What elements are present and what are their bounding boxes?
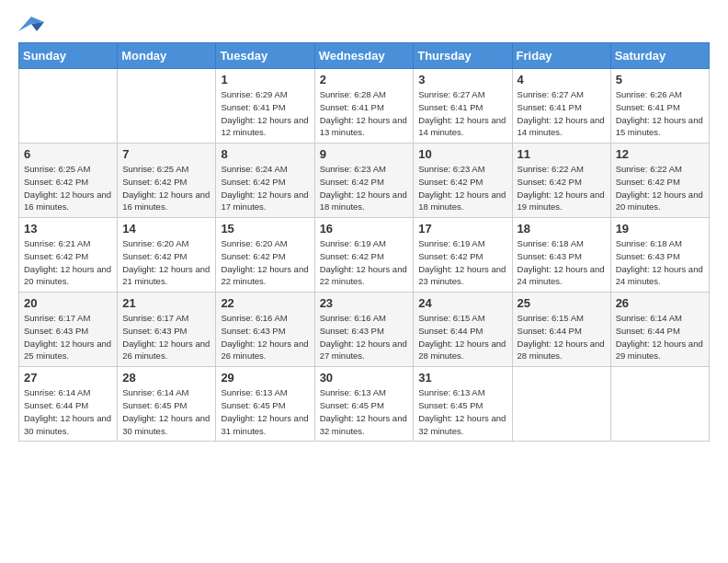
header-monday: Monday — [118, 43, 216, 69]
day-info: Sunrise: 6:26 AM Sunset: 6:41 PM Dayligh… — [616, 88, 704, 139]
day-number: 4 — [518, 73, 606, 86]
calendar-cell — [610, 367, 709, 442]
calendar-cell — [19, 69, 118, 144]
day-number: 12 — [616, 147, 704, 161]
day-number: 10 — [418, 147, 506, 161]
day-number: 19 — [616, 222, 704, 236]
day-number: 27 — [24, 371, 112, 385]
day-number: 21 — [122, 296, 210, 310]
day-info: Sunrise: 6:29 AM Sunset: 6:41 PM Dayligh… — [221, 88, 309, 139]
day-info: Sunrise: 6:18 AM Sunset: 6:43 PM Dayligh… — [518, 237, 606, 288]
calendar-cell: 25Sunrise: 6:15 AM Sunset: 6:44 PM Dayli… — [512, 293, 610, 367]
day-info: Sunrise: 6:14 AM Sunset: 6:44 PM Dayligh… — [616, 312, 704, 362]
logo — [18, 15, 48, 35]
day-info: Sunrise: 6:14 AM Sunset: 6:45 PM Dayligh… — [122, 386, 210, 437]
calendar-cell: 6Sunrise: 6:25 AM Sunset: 6:42 PM Daylig… — [19, 144, 118, 218]
calendar-cell: 7Sunrise: 6:25 AM Sunset: 6:42 PM Daylig… — [118, 144, 216, 218]
day-number: 9 — [320, 147, 409, 161]
calendar-cell: 19Sunrise: 6:18 AM Sunset: 6:43 PM Dayli… — [610, 218, 709, 293]
header-tuesday: Tuesday — [216, 43, 314, 69]
day-info: Sunrise: 6:16 AM Sunset: 6:43 PM Dayligh… — [221, 312, 309, 362]
week-row-3: 20Sunrise: 6:17 AM Sunset: 6:43 PM Dayli… — [19, 293, 710, 367]
day-number: 29 — [221, 371, 309, 385]
day-info: Sunrise: 6:16 AM Sunset: 6:43 PM Dayligh… — [320, 312, 409, 362]
calendar-body: 1Sunrise: 6:29 AM Sunset: 6:41 PM Daylig… — [19, 69, 710, 442]
week-row-1: 6Sunrise: 6:25 AM Sunset: 6:42 PM Daylig… — [19, 144, 710, 218]
day-number: 25 — [518, 296, 606, 310]
day-info: Sunrise: 6:17 AM Sunset: 6:43 PM Dayligh… — [122, 312, 210, 362]
calendar-cell — [118, 69, 216, 144]
day-info: Sunrise: 6:27 AM Sunset: 6:41 PM Dayligh… — [418, 88, 506, 139]
day-number: 8 — [221, 147, 309, 161]
day-info: Sunrise: 6:22 AM Sunset: 6:42 PM Dayligh… — [518, 163, 606, 213]
day-info: Sunrise: 6:19 AM Sunset: 6:42 PM Dayligh… — [418, 237, 506, 288]
header-friday: Friday — [512, 43, 610, 69]
calendar-cell: 24Sunrise: 6:15 AM Sunset: 6:44 PM Dayli… — [414, 293, 512, 367]
day-number: 14 — [122, 222, 210, 236]
calendar-cell: 30Sunrise: 6:13 AM Sunset: 6:45 PM Dayli… — [314, 367, 414, 442]
day-number: 2 — [320, 73, 409, 86]
day-info: Sunrise: 6:18 AM Sunset: 6:43 PM Dayligh… — [616, 237, 704, 288]
day-number: 1 — [221, 73, 309, 86]
calendar-cell: 29Sunrise: 6:13 AM Sunset: 6:45 PM Dayli… — [216, 367, 314, 442]
day-info: Sunrise: 6:25 AM Sunset: 6:42 PM Dayligh… — [24, 163, 112, 213]
day-number: 18 — [518, 222, 606, 236]
calendar-cell: 20Sunrise: 6:17 AM Sunset: 6:43 PM Dayli… — [19, 293, 118, 367]
calendar-cell: 31Sunrise: 6:13 AM Sunset: 6:45 PM Dayli… — [414, 367, 512, 442]
day-number: 5 — [616, 73, 704, 86]
calendar-cell: 16Sunrise: 6:19 AM Sunset: 6:42 PM Dayli… — [314, 218, 414, 293]
calendar-cell — [512, 367, 610, 442]
day-info: Sunrise: 6:13 AM Sunset: 6:45 PM Dayligh… — [221, 386, 309, 437]
day-number: 20 — [24, 296, 112, 310]
day-info: Sunrise: 6:15 AM Sunset: 6:44 PM Dayligh… — [518, 312, 606, 362]
day-info: Sunrise: 6:27 AM Sunset: 6:41 PM Dayligh… — [518, 88, 606, 139]
calendar-cell: 18Sunrise: 6:18 AM Sunset: 6:43 PM Dayli… — [512, 218, 610, 293]
day-number: 7 — [122, 147, 210, 161]
calendar-cell: 4Sunrise: 6:27 AM Sunset: 6:41 PM Daylig… — [512, 69, 610, 144]
calendar-cell: 27Sunrise: 6:14 AM Sunset: 6:44 PM Dayli… — [19, 367, 118, 442]
header-row: SundayMondayTuesdayWednesdayThursdayFrid… — [19, 43, 710, 69]
week-row-4: 27Sunrise: 6:14 AM Sunset: 6:44 PM Dayli… — [19, 367, 710, 442]
day-info: Sunrise: 6:13 AM Sunset: 6:45 PM Dayligh… — [418, 386, 506, 437]
calendar-cell: 26Sunrise: 6:14 AM Sunset: 6:44 PM Dayli… — [610, 293, 709, 367]
day-info: Sunrise: 6:24 AM Sunset: 6:42 PM Dayligh… — [221, 163, 309, 213]
day-info: Sunrise: 6:23 AM Sunset: 6:42 PM Dayligh… — [418, 163, 506, 213]
day-number: 24 — [418, 296, 506, 310]
calendar-cell: 15Sunrise: 6:20 AM Sunset: 6:42 PM Dayli… — [216, 218, 314, 293]
calendar-header: SundayMondayTuesdayWednesdayThursdayFrid… — [19, 43, 710, 69]
day-number: 23 — [320, 296, 409, 310]
calendar-cell: 3Sunrise: 6:27 AM Sunset: 6:41 PM Daylig… — [414, 69, 512, 144]
calendar-cell: 5Sunrise: 6:26 AM Sunset: 6:41 PM Daylig… — [610, 69, 709, 144]
calendar-cell: 28Sunrise: 6:14 AM Sunset: 6:45 PM Dayli… — [118, 367, 216, 442]
day-number: 3 — [418, 73, 506, 86]
calendar-cell: 9Sunrise: 6:23 AM Sunset: 6:42 PM Daylig… — [314, 144, 414, 218]
header-thursday: Thursday — [414, 43, 512, 69]
header-saturday: Saturday — [610, 43, 709, 69]
day-info: Sunrise: 6:17 AM Sunset: 6:43 PM Dayligh… — [24, 312, 112, 362]
day-number: 15 — [221, 222, 309, 236]
day-info: Sunrise: 6:19 AM Sunset: 6:42 PM Dayligh… — [320, 237, 409, 288]
day-number: 13 — [24, 222, 112, 236]
calendar-cell: 12Sunrise: 6:22 AM Sunset: 6:42 PM Dayli… — [610, 144, 709, 218]
day-info: Sunrise: 6:14 AM Sunset: 6:44 PM Dayligh… — [24, 386, 112, 437]
header-sunday: Sunday — [19, 43, 118, 69]
header-wednesday: Wednesday — [314, 43, 414, 69]
day-number: 16 — [320, 222, 409, 236]
day-info: Sunrise: 6:25 AM Sunset: 6:42 PM Dayligh… — [122, 163, 210, 213]
day-info: Sunrise: 6:23 AM Sunset: 6:42 PM Dayligh… — [320, 163, 409, 213]
day-number: 22 — [221, 296, 309, 310]
day-number: 6 — [24, 147, 112, 161]
day-info: Sunrise: 6:15 AM Sunset: 6:44 PM Dayligh… — [418, 312, 506, 362]
calendar-cell: 22Sunrise: 6:16 AM Sunset: 6:43 PM Dayli… — [216, 293, 314, 367]
day-number: 11 — [518, 147, 606, 161]
week-row-2: 13Sunrise: 6:21 AM Sunset: 6:42 PM Dayli… — [19, 218, 710, 293]
header — [18, 15, 710, 35]
day-info: Sunrise: 6:20 AM Sunset: 6:42 PM Dayligh… — [122, 237, 210, 288]
calendar-table: SundayMondayTuesdayWednesdayThursdayFrid… — [18, 42, 710, 442]
calendar-cell: 17Sunrise: 6:19 AM Sunset: 6:42 PM Dayli… — [414, 218, 512, 293]
calendar-cell: 13Sunrise: 6:21 AM Sunset: 6:42 PM Dayli… — [19, 218, 118, 293]
day-number: 30 — [320, 371, 409, 385]
logo-bird-icon — [18, 15, 44, 35]
calendar-cell: 2Sunrise: 6:28 AM Sunset: 6:41 PM Daylig… — [314, 69, 414, 144]
day-number: 31 — [418, 371, 506, 385]
